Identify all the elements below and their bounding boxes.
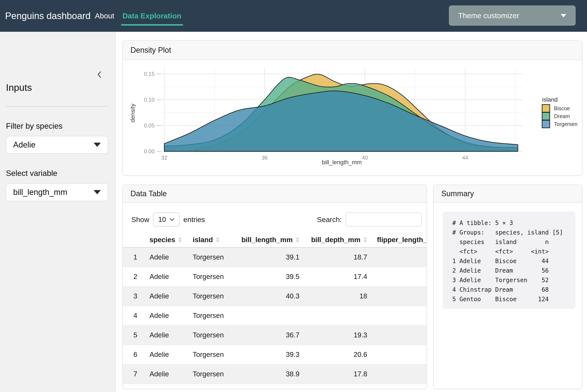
column-header-flipper_length_mm[interactable]: flipper_length_mm xyxy=(373,232,427,248)
column-header-bill_length_mm[interactable]: bill_length_mm xyxy=(241,232,305,248)
filter-species-label: Filter by species xyxy=(6,122,63,130)
theme-customizer-label: Theme customizer xyxy=(458,12,519,20)
plot-legend: island BiscoeDreamTorgersen xyxy=(542,96,577,128)
table-row: 1AdelieTorgersen39.118.7 xyxy=(123,248,427,267)
svg-text:0.10: 0.10 xyxy=(144,96,155,103)
svg-text:0.05: 0.05 xyxy=(144,122,155,129)
data-table-card: Data Table Show 10 entries Search: xyxy=(122,184,427,389)
variable-select[interactable]: bill_length_mm xyxy=(6,183,108,201)
table-row: 7AdelieTorgersen38.917.8 xyxy=(123,364,427,384)
table-row: 2AdelieTorgersen39.517.4 xyxy=(123,267,427,286)
summary-card-header: Summary xyxy=(434,185,582,203)
table-row: 4AdelieTorgersen xyxy=(123,306,427,325)
svg-text:0.15: 0.15 xyxy=(144,71,155,77)
search-label: Search: xyxy=(317,216,342,224)
theme-customizer-button[interactable]: Theme customizer xyxy=(449,6,575,26)
app-title: Penguins dashboard xyxy=(5,0,91,32)
column-header-rownum xyxy=(123,232,150,248)
variable-select-value: bill_length_mm xyxy=(13,188,67,197)
select-variable-label: Select variable xyxy=(6,169,57,178)
table-row: 8AdelieTorgersen39.219.6 xyxy=(123,384,427,389)
y-axis-title: density xyxy=(129,104,136,122)
x-axis-title: bill_length_mm xyxy=(322,159,362,166)
density-plot-card-header: Density Plot xyxy=(123,41,582,60)
table-body: 1AdelieTorgersen39.118.72AdelieTorgersen… xyxy=(123,248,427,389)
chevron-left-icon xyxy=(95,70,104,79)
column-header-bill_depth_mm[interactable]: bill_depth_mm xyxy=(305,232,373,248)
sort-icon xyxy=(363,237,367,242)
summary-output: # A tibble: 5 × 3 # Groups: species, isl… xyxy=(443,212,575,308)
app-root: Penguins dashboard About Data Exploratio… xyxy=(0,0,587,392)
density-plot-card: Density Plot 0.000.050.100.1532364044 bi… xyxy=(122,40,582,176)
caret-down-icon xyxy=(94,190,101,194)
legend-swatch-dream xyxy=(542,112,550,120)
data-table-card-header: Data Table xyxy=(123,185,426,203)
summary-title: Summary xyxy=(441,189,474,198)
navbar: Penguins dashboard About Data Exploratio… xyxy=(0,0,587,32)
legend-label-torgersen: Torgersen xyxy=(554,121,577,127)
tab-data-exploration[interactable]: Data Exploration xyxy=(122,0,181,32)
density-plot-title: Density Plot xyxy=(131,46,171,54)
sort-icon xyxy=(178,237,182,242)
species-select[interactable]: Adelie xyxy=(6,136,108,154)
legend-label-dream: Dream xyxy=(554,113,570,119)
table-row: 5AdelieTorgersen36.719.3 xyxy=(123,325,427,345)
species-select-value: Adelie xyxy=(13,140,36,150)
data-table: speciesislandbill_length_mmbill_depth_mm… xyxy=(123,232,427,389)
sidebar-collapse-button[interactable] xyxy=(95,70,104,79)
svg-text:44: 44 xyxy=(462,154,468,161)
search-input[interactable] xyxy=(346,212,422,226)
table-row: 3AdelieTorgersen40.318 xyxy=(123,286,427,306)
table-row: 6AdelieTorgersen39.320.6 xyxy=(123,345,427,364)
entries-label: entries xyxy=(183,216,205,224)
sidebar: Inputs Filter by species Adelie Select v… xyxy=(0,32,115,392)
legend-swatch-biscoe xyxy=(542,104,550,112)
legend-label-biscoe: Biscoe xyxy=(554,106,570,111)
svg-text:0.00: 0.00 xyxy=(144,148,155,154)
caret-down-icon xyxy=(94,143,101,147)
table-header-row: speciesislandbill_length_mmbill_depth_mm… xyxy=(123,232,427,248)
tab-about[interactable]: About xyxy=(95,0,114,32)
sidebar-heading: Inputs xyxy=(6,82,32,93)
summary-card: Summary # A tibble: 5 × 3 # Groups: spec… xyxy=(433,184,582,389)
caret-down-icon xyxy=(561,14,566,17)
data-table-title: Data Table xyxy=(131,189,167,198)
density-plot-svg: 0.000.050.100.1532364044 bill_length_mm … xyxy=(123,60,582,176)
table-controls: Show 10 entries Search: xyxy=(131,212,422,226)
sidebar-divider xyxy=(6,106,107,107)
active-tab-underline xyxy=(121,24,183,26)
legend-title: island xyxy=(542,96,557,103)
svg-text:32: 32 xyxy=(161,154,168,161)
sort-icon xyxy=(216,237,220,242)
page-size-value: 10 xyxy=(158,216,166,224)
svg-text:40: 40 xyxy=(362,154,368,161)
column-header-species[interactable]: species xyxy=(150,232,193,248)
chevron-down-icon xyxy=(169,218,175,221)
legend-swatch-torgersen xyxy=(542,120,550,128)
svg-text:36: 36 xyxy=(262,154,268,161)
page-size-select[interactable]: 10 xyxy=(153,212,180,226)
sort-icon xyxy=(296,237,299,242)
show-label: Show xyxy=(131,216,149,224)
column-header-island[interactable]: island xyxy=(193,232,241,248)
